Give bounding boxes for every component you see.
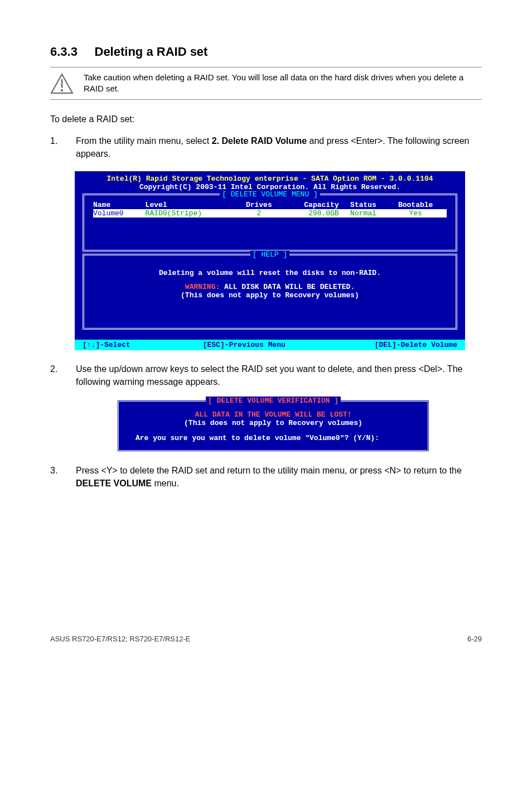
col-drives: Drives <box>238 201 284 209</box>
section-number: 6.3.3 <box>50 45 78 59</box>
warning-label: WARNING: <box>185 283 220 291</box>
help-line-1: Deleting a volume will reset the disks t… <box>93 269 447 277</box>
cell-capacity: 298.0GB <box>283 209 342 218</box>
caution-text: Take caution when deleting a RAID set. Y… <box>84 72 482 95</box>
step-1: 1. From the utility main menu, select 2.… <box>50 134 482 160</box>
col-name: Name <box>93 201 146 209</box>
cell-level: RAID0(Stripe) <box>146 209 238 218</box>
help-label: [ HELP ] <box>84 250 456 259</box>
footer-select: [↑↓]-Select <box>83 341 130 349</box>
help-panel: [ HELP ] Deleting a volume will reset th… <box>83 254 457 330</box>
verify-prompt[interactable]: Are you sure you want to delete volume "… <box>130 434 417 442</box>
footer-delete: [DEL]-Delete Volume <box>375 341 457 349</box>
step-number: 2. <box>50 363 60 388</box>
delete-volume-menu-label: [ DELETE VOLUME MENU ] <box>84 190 456 199</box>
section-title: Deleting a RAID set <box>95 45 208 59</box>
col-status: Status <box>342 201 388 209</box>
delete-volume-menu-panel: [ DELETE VOLUME MENU ] Name Level Drives… <box>83 194 457 252</box>
col-bootable: Bootable <box>388 201 447 209</box>
step-number: 3. <box>50 464 60 490</box>
cell-bootable: Yes <box>388 209 447 218</box>
step-text: Press <Y> to delete the RAID set and ret… <box>76 464 482 490</box>
verify-note-line: (This does not apply to Recovery volumes… <box>130 419 417 427</box>
footer-previous: [ESC]-Previous Menu <box>203 341 286 349</box>
caution-note: Take caution when deleting a RAID set. Y… <box>50 67 482 100</box>
step-text: From the utility main menu, select 2. De… <box>76 134 482 160</box>
delete-volume-verification-dialog: [ DELETE VOLUME VERIFICATION ] ALL DATA … <box>117 400 429 452</box>
warning-text: ALL DISK DATA WILL BE DELETED. <box>220 283 355 291</box>
verification-label: [ DELETE VOLUME VERIFICATION ] <box>119 397 428 405</box>
verify-warning-line: ALL DATA IN THE VOLUME WILL BE LOST! <box>130 410 417 419</box>
bios-delete-volume-screen: Intel(R) Rapid Storage Technology enterp… <box>75 171 465 350</box>
step-3: 3. Press <Y> to delete the RAID set and … <box>50 464 482 490</box>
section-heading: 6.3.3 Deleting a RAID set <box>50 45 482 59</box>
step-number: 1. <box>50 134 60 160</box>
volume-table: Name Level Drives Capacity Status Bootab… <box>93 201 447 218</box>
cell-status: Normal <box>342 209 388 218</box>
alert-icon <box>50 73 74 94</box>
table-row[interactable]: Volume0 RAID0(Stripe) 2 298.0GB Normal Y… <box>93 209 447 218</box>
page-footer: ASUS RS720-E7/RS12; RS720-E7/RS12-E 6-29 <box>0 501 532 660</box>
col-capacity: Capacity <box>283 201 342 209</box>
help-warning-line: WARNING: ALL DISK DATA WILL BE DELETED. <box>93 283 447 291</box>
footer-left: ASUS RS720-E7/RS12; RS720-E7/RS12-E <box>50 635 190 643</box>
step-text: Use the up/down arrow keys to select the… <box>76 363 482 388</box>
help-line-3: (This does not apply to Recovery volumes… <box>93 291 447 299</box>
col-level: Level <box>146 201 238 209</box>
cell-name: Volume0 <box>93 209 146 218</box>
bios-title-1: Intel(R) Rapid Storage Technology enterp… <box>83 175 457 183</box>
table-header-row: Name Level Drives Capacity Status Bootab… <box>93 201 447 209</box>
svg-point-1 <box>61 89 63 91</box>
footer-right: 6-29 <box>467 635 482 643</box>
cell-drives: 2 <box>238 209 284 218</box>
bios-footer-bar: [↑↓]-Select [ESC]-Previous Menu [DEL]-De… <box>75 340 465 350</box>
intro-text: To delete a RAID set: <box>50 113 482 125</box>
step-2: 2. Use the up/down arrow keys to select … <box>50 363 482 388</box>
